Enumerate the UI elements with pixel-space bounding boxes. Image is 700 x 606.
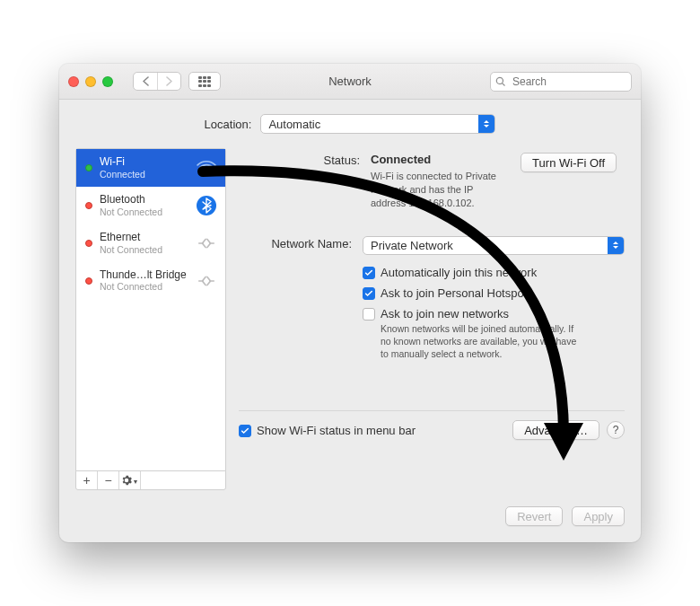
network-name-value: Private Network: [371, 239, 453, 252]
nav-buttons: [133, 72, 181, 91]
show-all-button[interactable]: [188, 72, 221, 91]
search-input[interactable]: [490, 72, 632, 92]
main-panel: Status: Connected Wi-Fi is connected to …: [239, 148, 625, 490]
service-sub: Connected: [100, 169, 189, 180]
location-value: Automatic: [268, 118, 320, 131]
sidebar-item-thunderbolt-bridge[interactable]: Thunde…lt Bridge Not Connected: [76, 262, 225, 300]
titlebar: Network: [59, 64, 641, 100]
network-name-label: Network Name:: [239, 236, 352, 255]
sidebar-item-wifi[interactable]: Wi-Fi Connected: [76, 149, 225, 187]
select-arrows-icon: [478, 115, 494, 133]
bluetooth-icon: [197, 196, 216, 215]
location-select[interactable]: Automatic: [260, 114, 495, 134]
status-dot-icon: [85, 164, 92, 171]
forward-button[interactable]: [157, 73, 180, 90]
location-row: Location: Automatic: [75, 114, 625, 134]
sidebar-item-bluetooth[interactable]: Bluetooth Not Connected: [76, 187, 225, 224]
footer-buttons: Revert Apply: [59, 506, 641, 542]
checkbox-icon: [363, 308, 375, 321]
status-dot-icon: [85, 202, 92, 209]
close-button[interactable]: [68, 76, 79, 87]
search-field-wrapper: [490, 72, 632, 92]
hotspots-label: Ask to join Personal Hotspots: [381, 286, 533, 300]
new-networks-checkbox-row[interactable]: Ask to join new networks Known networks …: [363, 307, 625, 361]
location-label: Location:: [205, 118, 252, 131]
zoom-button[interactable]: [102, 76, 113, 87]
advanced-button[interactable]: Advanced…: [512, 420, 599, 440]
service-list: Wi-Fi Connected Bluetooth Not Connected: [75, 148, 226, 471]
back-button[interactable]: [134, 73, 157, 90]
content-area: Location: Automatic Wi-Fi Connected: [59, 100, 641, 506]
panel-bottom-bar: Show Wi-Fi status in menu bar Advanced… …: [239, 410, 625, 440]
service-actions-button[interactable]: ▼: [119, 471, 141, 489]
status-dot-icon: [85, 240, 92, 247]
new-networks-label: Ask to join new networks: [381, 307, 585, 321]
status-description: Wi-Fi is connected to Private Network an…: [371, 170, 510, 210]
service-name: Wi-Fi: [100, 156, 189, 169]
service-sub: Not Connected: [100, 206, 189, 217]
new-networks-sublabel: Known networks will be joined automatica…: [381, 322, 585, 361]
apply-button[interactable]: Apply: [572, 506, 625, 526]
service-name: Bluetooth: [100, 194, 189, 206]
select-arrows-icon: [608, 237, 624, 254]
network-name-select[interactable]: Private Network: [363, 236, 625, 255]
search-icon: [495, 76, 506, 87]
turn-wifi-off-button[interactable]: Turn Wi-Fi Off: [521, 153, 617, 172]
show-status-label: Show Wi-Fi status in menu bar: [257, 424, 416, 437]
service-name: Ethernet: [100, 232, 189, 244]
checkbox-icon: [363, 267, 375, 279]
auto-join-checkbox-row[interactable]: Automatically join this network: [363, 266, 625, 279]
revert-button[interactable]: Revert: [505, 506, 563, 526]
service-name: Thunde…lt Bridge: [100, 269, 189, 282]
status-dot-icon: [85, 277, 92, 285]
ethernet-icon: [197, 233, 216, 253]
remove-service-button[interactable]: −: [98, 471, 119, 489]
checkbox-icon[interactable]: [239, 425, 251, 437]
sidebar-column: Wi-Fi Connected Bluetooth Not Connected: [75, 148, 226, 490]
checkbox-icon: [363, 287, 375, 300]
add-service-button[interactable]: +: [76, 471, 98, 489]
status-value: Connected: [371, 153, 510, 166]
help-button[interactable]: ?: [607, 421, 625, 439]
service-sub: Not Connected: [100, 244, 189, 255]
sidebar-toolbar: + − ▼: [75, 470, 226, 490]
wifi-icon: [197, 158, 216, 178]
sidebar-item-ethernet[interactable]: Ethernet Not Connected: [76, 224, 225, 262]
auto-join-label: Automatically join this network: [381, 266, 537, 279]
thunderbolt-icon: [197, 271, 216, 291]
minimize-button[interactable]: [85, 76, 96, 87]
window-title: Network: [328, 75, 372, 88]
network-preferences-window: Network Location: Automatic Wi-Fi: [59, 64, 641, 542]
hotspots-checkbox-row[interactable]: Ask to join Personal Hotspots: [363, 286, 625, 300]
window-controls: [68, 76, 113, 87]
service-sub: Not Connected: [100, 281, 189, 292]
status-label: Status:: [247, 153, 360, 210]
